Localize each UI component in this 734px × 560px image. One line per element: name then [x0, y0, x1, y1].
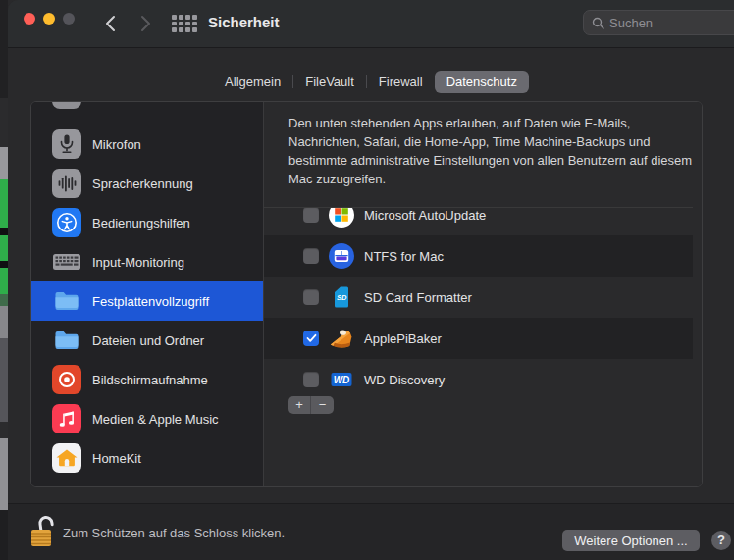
wd-icon: WD	[329, 367, 354, 392]
app-name: ApplePiBaker	[364, 331, 442, 346]
sd-card-icon: SD	[329, 284, 354, 310]
app-name: Microsoft AutoUpdate	[364, 208, 486, 223]
sidebar-item-label: Medien & Apple Music	[92, 412, 219, 427]
zoom-window-button[interactable]	[63, 13, 75, 25]
app-row-wd-discovery[interactable]: WD WD Discovery	[264, 359, 693, 395]
window-controls	[24, 13, 75, 25]
app-row-applepibaker[interactable]: ApplePiBaker	[264, 318, 693, 359]
folder-icon	[52, 326, 81, 355]
unlocked-padlock-icon[interactable]	[29, 512, 55, 551]
app-row-ntfs-for-mac[interactable]: NTFS for Mac	[264, 235, 693, 277]
app-row-microsoft-autoupdate[interactable]: Microsoft AutoUpdate	[264, 207, 693, 235]
app-permission-list: Microsoft AutoUpdate NTFS for Mac SD SD …	[264, 207, 693, 395]
forward-button[interactable]	[133, 12, 157, 35]
sidebar-item-input-monitoring[interactable]: Input-Monitoring	[31, 242, 263, 281]
close-window-button[interactable]	[24, 13, 35, 25]
titlebar: Sicherheit Suchen	[8, 0, 734, 48]
privacy-panel: Mikrofon Spracherkennung Bedienungshilfe…	[30, 101, 703, 487]
tab-firewall[interactable]: Firewall	[367, 71, 435, 93]
minimize-window-button[interactable]	[43, 13, 55, 25]
sidebar-item-label: Bedienungshilfen	[92, 216, 190, 230]
app-checkbox[interactable]	[303, 248, 319, 264]
speech-recognition-icon	[52, 169, 81, 198]
sidebar-item-spracherkennung[interactable]: Spracherkennung	[31, 164, 263, 203]
sidebar-item-label: Festplattenvollzugriff	[92, 294, 209, 309]
svg-text:SD: SD	[337, 293, 347, 302]
sidebar-item-homekit[interactable]: HomeKit	[31, 438, 263, 478]
microphone-icon	[52, 129, 81, 159]
remove-app-button[interactable]: −	[311, 396, 334, 414]
privacy-detail-pane: Den unten stehenden Apps erlauben, auf D…	[264, 102, 703, 486]
screen-recording-icon	[52, 365, 81, 394]
microsoft-icon	[329, 207, 354, 228]
sidebar-item-label: Input-Monitoring	[92, 255, 184, 270]
sidebar-item-label: HomeKit	[92, 451, 141, 466]
show-all-grid-icon[interactable]	[172, 15, 197, 32]
add-remove-control: + −	[288, 396, 334, 414]
help-button[interactable]: ?	[711, 531, 731, 550]
sidebar-item-medien-apple-music[interactable]: Medien & Apple Music	[31, 399, 263, 438]
pie-icon	[329, 326, 354, 351]
home-icon	[52, 443, 81, 473]
desktop-background-strip	[0, 0, 8, 560]
svg-text:WD: WD	[334, 375, 350, 385]
app-name: WD Discovery	[364, 373, 445, 387]
app-name: NTFS for Mac	[364, 249, 444, 264]
accessibility-icon	[52, 208, 81, 237]
footer-bar: Zum Schützen auf das Schloss klicken. We…	[8, 503, 734, 560]
lock-hint-text: Zum Schützen auf das Schloss klicken.	[63, 526, 285, 540]
app-checkbox[interactable]	[303, 331, 319, 346]
music-icon	[52, 404, 81, 433]
ntfs-icon	[329, 243, 354, 269]
sidebar-item-mikrofon[interactable]: Mikrofon	[31, 125, 263, 164]
add-app-button[interactable]: +	[288, 396, 311, 414]
app-row-sd-card-formatter[interactable]: SD SD Card Formatter	[264, 277, 693, 318]
back-button[interactable]	[98, 12, 122, 35]
privacy-category-list: Mikrofon Spracherkennung Bedienungshilfe…	[31, 102, 263, 486]
tab-allgemein[interactable]: Allgemein	[213, 71, 292, 93]
privacy-description: Den unten stehenden Apps erlauben, auf D…	[288, 114, 703, 188]
sidebar-item-label: Spracherkennung	[92, 177, 193, 191]
app-checkbox[interactable]	[303, 372, 319, 387]
sidebar-item-dateien-und-ordner[interactable]: Dateien und Ordner	[31, 321, 263, 360]
system-preferences-window: Sicherheit Suchen Allgemein FileVault Fi…	[8, 0, 734, 560]
sidebar-item-label: Mikrofon	[92, 137, 141, 152]
tab-filevault[interactable]: FileVault	[293, 71, 366, 93]
app-checkbox[interactable]	[303, 289, 319, 305]
sidebar-item-label: Dateien und Ordner	[92, 333, 204, 348]
search-icon	[592, 17, 604, 29]
keyboard-icon	[52, 247, 81, 277]
camera-icon-partial	[52, 101, 81, 109]
sidebar-item-bedienungshilfen[interactable]: Bedienungshilfen	[31, 203, 263, 242]
tab-bar: Allgemein FileVault Firewall Datenschutz	[8, 69, 734, 94]
window-title: Sicherheit	[208, 14, 280, 30]
sidebar-item-bildschirmaufnahme[interactable]: Bildschirmaufnahme	[31, 360, 263, 399]
search-placeholder: Suchen	[609, 16, 653, 30]
more-options-button[interactable]: Weitere Optionen ...	[562, 530, 700, 551]
tab-datenschutz[interactable]: Datenschutz	[435, 71, 529, 93]
sidebar-item-label: Bildschirmaufnahme	[92, 373, 208, 387]
search-field[interactable]: Suchen	[583, 10, 734, 35]
folder-icon	[52, 286, 81, 316]
app-name: SD Card Formatter	[364, 290, 472, 305]
sidebar-item-festplattenvollzugriff[interactable]: Festplattenvollzugriff	[31, 281, 263, 321]
app-checkbox[interactable]	[303, 207, 319, 223]
